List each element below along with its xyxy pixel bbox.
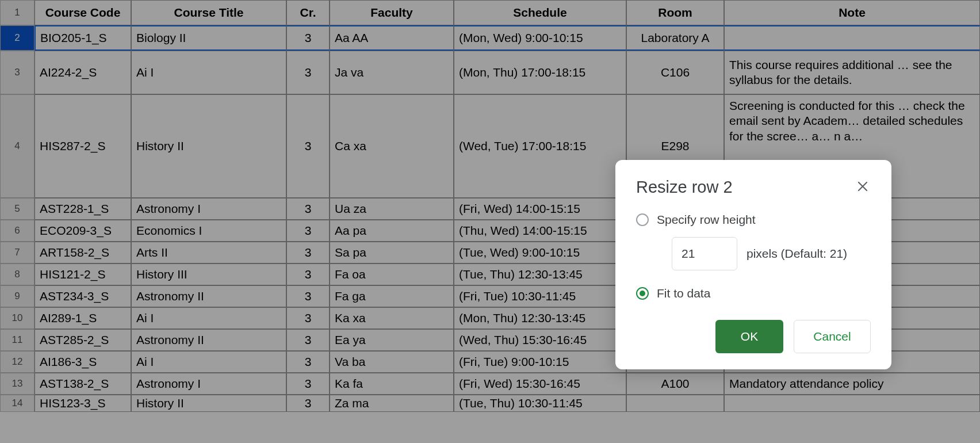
radio-label: Fit to data [657,287,710,300]
radio-icon-unchecked [636,213,649,226]
dialog-title: Resize row 2 [636,178,733,197]
cancel-button[interactable]: Cancel [794,320,871,353]
row-height-input[interactable] [672,237,737,270]
close-icon[interactable] [855,177,871,197]
radio-label: Specify row height [657,213,756,227]
radio-fit-to-data[interactable]: Fit to data [636,287,871,300]
resize-row-dialog: Resize row 2 Specify row height pixels (… [615,160,891,369]
pixels-suffix: pixels (Default: 21) [747,247,847,261]
radio-icon-checked [636,287,649,300]
ok-button[interactable]: OK [715,320,783,353]
radio-specify-row-height[interactable]: Specify row height [636,213,871,227]
